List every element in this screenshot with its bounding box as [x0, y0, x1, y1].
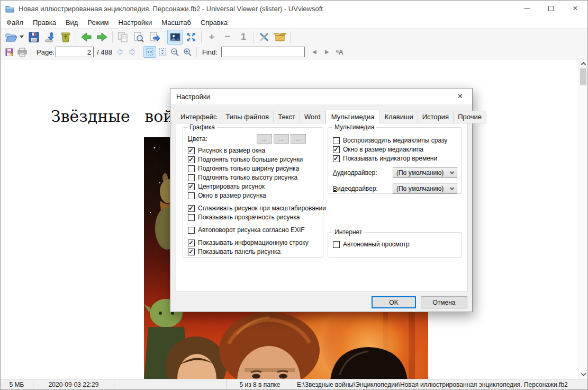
cb-fit-large-only[interactable]: Подгонять только большие рисунки	[188, 156, 319, 163]
checkbox-label: Подгонять только высоту рисунка	[198, 174, 297, 181]
audio-driver-row: Аудиодрайвер: (По умолчанию)	[333, 167, 457, 178]
cb-fit-height-only[interactable]: Подгонять только высоту рисунка	[188, 174, 319, 181]
menu-file[interactable]: Файл	[2, 17, 28, 28]
tab-interface[interactable]: Интерфейс	[176, 111, 221, 123]
menu-bar: Файл Правка Вид Режим Настройки Масштаб …	[1, 16, 587, 28]
cb-show-image-panel[interactable]: Показывать панель рисунка	[188, 248, 319, 255]
tab-keys[interactable]: Клавиши	[380, 111, 418, 123]
internet-group-title: Интернет	[332, 228, 364, 236]
print-button[interactable]	[16, 46, 29, 58]
scrollbar-thumb[interactable]	[580, 68, 586, 85]
tab-other[interactable]: Прочие	[454, 111, 486, 123]
cb-show-info-line[interactable]: Показывать информационную строку	[188, 239, 319, 246]
actual-size-button[interactable]: 1	[236, 30, 251, 45]
maximize-button[interactable]	[539, 1, 563, 16]
image-view-button[interactable]	[167, 30, 183, 45]
tab-word[interactable]: Word	[300, 111, 325, 123]
zoom-in-button[interactable]: +	[204, 30, 220, 45]
checkbox-icon	[188, 205, 195, 212]
cb-show-time-indicator[interactable]: Показывать индикатор времени	[333, 155, 457, 162]
nav-back-button[interactable]	[78, 30, 94, 45]
menu-help[interactable]: Справка	[196, 17, 232, 28]
cb-offline-view[interactable]: Автономный просмотр	[333, 241, 457, 248]
delete-button[interactable]	[58, 30, 74, 45]
zoom-out-button[interactable]: −	[220, 30, 236, 45]
checkbox-icon	[188, 183, 195, 190]
graphics-group: Графика Цвета: ... ... ... Рисунок в раз…	[183, 127, 323, 258]
cb-window-to-clip[interactable]: Окно в размер медиаклипа	[333, 146, 457, 153]
zoom-out-mag-button[interactable]	[169, 46, 182, 58]
tab-history[interactable]: История	[418, 111, 454, 123]
tab-text[interactable]: Текст	[274, 111, 300, 123]
tab-file-types[interactable]: Типы файлов	[221, 111, 274, 123]
find-next-button[interactable]: ▶	[321, 46, 333, 58]
fullscreen-button[interactable]	[183, 30, 199, 45]
cb-play-media-immediately[interactable]: Воспроизводить медиаклипы сразу	[333, 137, 457, 144]
export-button[interactable]	[42, 30, 58, 45]
options-button[interactable]	[256, 30, 272, 45]
fit-window-button[interactable]	[156, 46, 169, 58]
toolbar-separator	[165, 31, 165, 43]
preview-button[interactable]	[131, 30, 147, 45]
status-folder-position: 5 из 8 в папке	[227, 379, 293, 389]
save-button[interactable]	[26, 30, 42, 45]
floppy-icon	[28, 31, 40, 43]
scroll-up-button[interactable]	[579, 59, 587, 68]
cb-smooth-scaling[interactable]: Сглаживать рисунок при масштабировании	[188, 205, 319, 212]
audio-driver-select[interactable]: (По умолчанию)	[393, 167, 457, 178]
cancel-button[interactable]: Отмена	[421, 296, 467, 308]
zoom-in-mag-button[interactable]	[182, 46, 194, 58]
dialog-title-bar[interactable]: Настройки ×	[170, 88, 472, 104]
menu-mode[interactable]: Режим	[83, 17, 113, 28]
window-title: Новая иллюстрированная энциклопедия. Пер…	[19, 5, 323, 13]
cb-show-transparency[interactable]: Показывать прозрачность рисунка	[188, 214, 319, 221]
scroll-down-button[interactable]	[579, 370, 587, 379]
color-picker-button-2[interactable]: ...	[274, 134, 289, 144]
checkbox-icon	[188, 156, 195, 163]
dialog-close-button[interactable]: ×	[448, 88, 472, 104]
app-icon	[5, 5, 14, 13]
save-image-button[interactable]	[3, 46, 16, 58]
magnifier-plus-icon	[183, 48, 192, 57]
video-driver-select[interactable]: (По умолчанию)	[393, 183, 457, 194]
menu-view[interactable]: Вид	[61, 17, 83, 28]
match-case-icon: ªA	[336, 48, 343, 56]
cb-exif-autorotate[interactable]: Автоповорот рисунка согласно EXIF	[188, 226, 319, 234]
cb-center-image[interactable]: Центрировать рисунок	[188, 183, 319, 190]
printer-icon	[17, 48, 27, 57]
copy-button[interactable]	[115, 30, 131, 45]
color-picker-button-3[interactable]: ...	[291, 134, 306, 144]
page-input[interactable]	[56, 47, 94, 57]
find-input[interactable]	[221, 47, 305, 57]
menu-zoom[interactable]: Масштаб	[157, 17, 196, 28]
page-next-button[interactable]	[126, 46, 139, 58]
multimedia-group-title: Мультимедиа	[332, 123, 376, 131]
ok-button[interactable]: OK	[372, 296, 416, 308]
box-icon	[274, 31, 286, 43]
menu-options[interactable]: Настройки	[114, 17, 157, 28]
theme-button[interactable]	[272, 30, 288, 45]
page-label: Page:	[37, 48, 55, 56]
minimize-button[interactable]	[514, 1, 539, 16]
nav-forward-button[interactable]	[94, 30, 110, 45]
cb-fit-window[interactable]: Рисунок в размер окна	[188, 147, 319, 154]
match-case-button[interactable]: ªA	[333, 46, 346, 58]
fit-width-button[interactable]	[143, 46, 156, 58]
goto-button[interactable]	[147, 30, 162, 45]
open-dropdown-arrow[interactable]	[20, 36, 24, 38]
checkbox-label: Окно в размер медиаклипа	[343, 146, 423, 153]
page-prev-button[interactable]	[113, 46, 126, 58]
tab-multimedia[interactable]: Мультимедиа	[325, 110, 381, 124]
find-prev-icon: ◀	[312, 49, 316, 55]
cb-window-to-image[interactable]: Окно в размер рисунка	[188, 192, 319, 199]
video-driver-label: Видеодрайвер:	[333, 185, 378, 192]
cb-fit-width-only[interactable]: Подгонять только ширину рисунка	[188, 165, 319, 172]
menu-edit[interactable]: Правка	[28, 17, 61, 28]
close-button[interactable]: ×	[563, 1, 587, 16]
color-picker-button-1[interactable]: ...	[257, 134, 272, 144]
tools-icon	[258, 31, 270, 43]
open-button[interactable]	[3, 30, 19, 45]
chevron-down-icon	[450, 185, 454, 190]
find-prev-button[interactable]: ◀	[308, 46, 321, 58]
vertical-scrollbar[interactable]	[578, 59, 587, 379]
